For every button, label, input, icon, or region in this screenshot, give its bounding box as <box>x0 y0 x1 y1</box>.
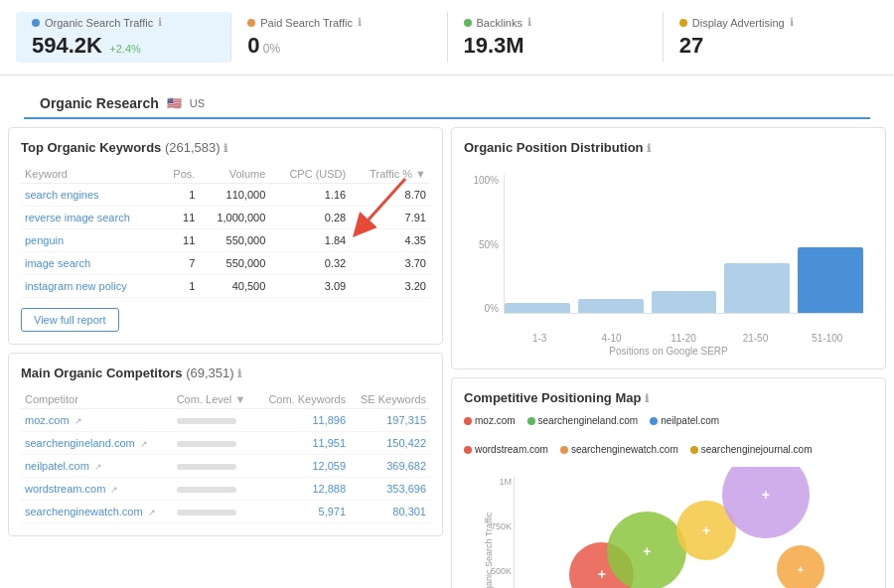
left-panels: Top Organic Keywords (261,583) ℹ Keyword… <box>8 127 443 588</box>
metric-paid-value: 0 <box>247 33 259 58</box>
bar-group <box>578 175 644 313</box>
col-traffic: Traffic % ▼ <box>350 165 430 184</box>
bar-chart-y-labels: 100% 50% 0% <box>464 175 499 314</box>
main-content: Top Organic Keywords (261,583) ℹ Keyword… <box>0 119 894 588</box>
dot-blue <box>32 19 40 27</box>
col-com-kw: Com. Keywords <box>256 390 350 409</box>
section-region: US <box>190 97 205 109</box>
metric-paid-sub: 0% <box>263 42 280 56</box>
bar-x-labels: 1-34-1011-2021-5051-100 <box>504 333 863 344</box>
metric-display-label: Display Advertising <box>692 17 785 29</box>
bar-group <box>505 175 570 313</box>
col-pos: Pos. <box>162 165 199 184</box>
keywords-table-container: Keyword Pos. Volume CPC (USD) Traffic % … <box>21 165 430 298</box>
col-se-kw: SE Keywords <box>350 390 430 409</box>
chart-x-axis-label: Positions on Google SERP <box>464 346 873 357</box>
metric-organic-change: +2.4% <box>109 43 141 55</box>
bubble: + <box>607 512 686 588</box>
info-icon-competitors[interactable]: ℹ <box>237 368 241 379</box>
col-cpc: CPC (USD) <box>269 165 350 184</box>
metric-paid-label: Paid Search Traffic <box>260 17 353 29</box>
table-row: searchengineland.com ↗ 11,951 150,422 <box>21 432 430 455</box>
table-row: reverse image search 11 1,000,000 0.28 7… <box>21 207 430 229</box>
metric-backlinks-label: Backlinks <box>477 17 522 29</box>
metric-backlinks[interactable]: Backlinks ℹ 19.3M <box>448 12 664 63</box>
table-row: wordstream.com ↗ 12,888 353,696 <box>21 478 430 501</box>
metric-organic-search[interactable]: Organic Search Traffic ℹ 594.2K +2.4% <box>16 12 231 63</box>
metric-paid-search[interactable]: Paid Search Traffic ℹ 0 0% <box>231 12 447 63</box>
col-com-level: Com. Level ▼ <box>173 390 257 409</box>
right-panels: Organic Position Distribution ℹ 100% 50%… <box>451 127 886 588</box>
bar-group <box>652 175 717 313</box>
dot-orange <box>247 19 255 27</box>
table-row: search engines 1 110,000 1.16 8.70 <box>21 184 430 207</box>
position-dist-panel: Organic Position Distribution ℹ 100% 50%… <box>451 127 886 369</box>
keywords-table: Keyword Pos. Volume CPC (USD) Traffic % … <box>21 165 430 298</box>
metric-display-ads[interactable]: Display Advertising ℹ 27 <box>664 12 878 63</box>
pos-map-area: 1M 750K 500K 250K ++++++ <box>514 477 863 588</box>
info-icon-pos-dist[interactable]: ℹ <box>647 142 651 154</box>
competitors-table: Competitor Com. Level ▼ Com. Keywords SE… <box>21 390 430 523</box>
table-row: penguin 11 550,000 1.84 4.35 <box>21 229 430 252</box>
section-title: Organic Research <box>40 95 159 111</box>
competitors-panel-title: Main Organic Competitors (69,351) ℹ <box>21 366 430 380</box>
section-flag: 🇺🇸 <box>167 96 182 110</box>
keywords-panel: Top Organic Keywords (261,583) ℹ Keyword… <box>8 127 443 345</box>
bar-group <box>724 175 790 313</box>
table-row: searchenginewatch.com ↗ 5,971 80,301 <box>21 501 430 523</box>
bar-chart: 100% 50% 0% 1-34-1011-2021-5051-100 <box>464 165 873 344</box>
info-icon-display[interactable]: ℹ <box>790 16 794 29</box>
table-row: moz.com ↗ 11,896 197,315 <box>21 409 430 432</box>
info-icon-backlinks[interactable]: ℹ <box>527 16 531 29</box>
bar-chart-area <box>504 175 863 314</box>
metric-display-value: 27 <box>679 33 703 58</box>
info-icon-paid[interactable]: ℹ <box>358 16 362 29</box>
col-volume: Volume <box>199 165 269 184</box>
bubble: + <box>777 545 824 588</box>
pos-map-title: Competitive Positioning Map ℹ <box>464 390 873 405</box>
bar-group <box>798 175 863 313</box>
info-icon-pos-map[interactable]: ℹ <box>645 392 649 404</box>
metric-backlinks-value: 19.3M <box>464 33 524 58</box>
col-competitor: Competitor <box>21 390 173 409</box>
table-row: image search 7 550,000 0.32 3.70 <box>21 252 430 275</box>
pos-map-y-axis: 1M 750K 500K 250K <box>477 477 512 588</box>
keywords-panel-title: Top Organic Keywords (261,583) ℹ <box>21 140 430 155</box>
pos-map-panel: Competitive Positioning Map ℹ moz.comsea… <box>451 377 886 588</box>
dot-green <box>464 19 472 27</box>
dot-gold <box>679 19 687 27</box>
table-row: neilpatel.com ↗ 12,059 369,682 <box>21 455 430 478</box>
table-row: instagram new policy 1 40,500 3.09 3.20 <box>21 275 430 298</box>
metric-organic-value: 594.2K <box>32 33 102 58</box>
competitors-panel: Main Organic Competitors (69,351) ℹ Comp… <box>8 353 443 536</box>
section-header: Organic Research 🇺🇸 US <box>24 85 870 119</box>
metric-organic-label: Organic Search Traffic <box>45 17 153 29</box>
info-icon-keywords[interactable]: ℹ <box>224 142 227 154</box>
position-dist-title: Organic Position Distribution ℹ <box>464 140 873 155</box>
col-keyword: Keyword <box>21 165 162 184</box>
pos-map-chart: Organic Search Traffic 1M 750K 500K 250K… <box>464 467 873 588</box>
top-metrics-bar: Organic Search Traffic ℹ 594.2K +2.4% Pa… <box>0 0 894 75</box>
view-full-report-button[interactable]: View full report <box>21 308 119 332</box>
pos-map-legend: moz.comsearchengineland.comneilpatel.com… <box>464 415 873 461</box>
info-icon-organic[interactable]: ℹ <box>158 16 162 29</box>
